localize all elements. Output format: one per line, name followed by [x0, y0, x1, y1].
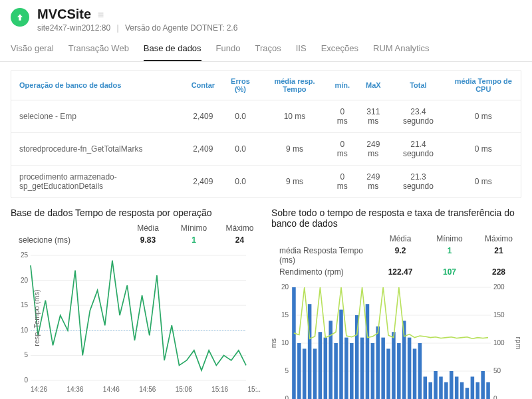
chart-title: Base de dados Tempo de resposta por oper…	[11, 207, 261, 218]
cell-total: 21.4 segundo	[390, 133, 446, 166]
col-header[interactable]: mín.	[329, 70, 356, 100]
page-subtitle: site24x7-win2012:80 | Versão do Agente D…	[37, 23, 237, 33]
cell-avg: 9 ms	[261, 166, 329, 198]
svg-rect-62	[471, 376, 475, 399]
tab-iis[interactable]: IIS	[296, 39, 307, 61]
svg-rect-44	[376, 327, 380, 399]
stat-media: 122.47	[380, 267, 420, 277]
overall-db-response-card: Sobre todo o tempo de resposta e taxa de…	[271, 207, 521, 399]
menu-icon[interactable]: ≡	[98, 9, 104, 21]
col-header[interactable]: Operação de banco de dados	[11, 70, 186, 100]
table-row[interactable]: storedprocedure-fn_GetTotalMarks2,4090.0…	[11, 133, 521, 166]
svg-rect-31	[308, 304, 312, 399]
host-label: site24x7-win2012:80	[37, 23, 110, 33]
svg-text:0: 0	[24, 376, 28, 384]
svg-rect-59	[455, 376, 459, 399]
cell-avg: 9 ms	[261, 133, 329, 166]
svg-text:0: 0	[285, 395, 289, 399]
svg-rect-50	[408, 338, 412, 399]
cell-cpu: 0 ms	[446, 166, 521, 198]
cell-err: 0.0	[220, 166, 261, 198]
cell-count: 2,409	[186, 100, 220, 133]
stat-row-label: selecione (ms)	[19, 235, 120, 245]
svg-text:200: 200	[493, 283, 505, 291]
svg-rect-56	[439, 376, 443, 399]
cell-total: 21.3 segundo	[390, 166, 446, 198]
svg-rect-48	[397, 343, 401, 399]
svg-rect-57	[444, 382, 448, 399]
cell-min: 0 ms	[329, 133, 356, 166]
cell-max: 311 ms	[356, 100, 390, 133]
col-header[interactable]: Contar	[186, 70, 220, 100]
tab-traços[interactable]: Traços	[255, 39, 281, 61]
stat-max: 24	[221, 235, 258, 245]
svg-rect-41	[360, 338, 364, 399]
svg-text:20: 20	[21, 277, 29, 284]
svg-text:5: 5	[24, 351, 28, 358]
stat-media: 9.2	[380, 246, 420, 265]
svg-text:25: 25	[21, 251, 29, 259]
svg-text:20: 20	[281, 283, 289, 291]
svg-rect-43	[371, 343, 375, 399]
cell-count: 2,409	[186, 166, 220, 198]
tab-bar: Visão geralTransação WebBase de dadosFun…	[0, 33, 532, 62]
col-header[interactable]: Erros (%)	[220, 70, 261, 100]
svg-rect-58	[450, 371, 454, 399]
cell-cpu: 0 ms	[446, 133, 521, 166]
cell-max: 249 ms	[356, 133, 390, 166]
cell-max: 249 ms	[356, 166, 390, 198]
svg-rect-54	[428, 382, 432, 399]
table-row[interactable]: procedimento armazenado-sp_getEducationD…	[11, 166, 521, 198]
svg-rect-63	[476, 382, 480, 399]
svg-rect-29	[297, 343, 301, 399]
cell-op: selecione - Emp	[11, 100, 186, 133]
tab-fundo[interactable]: Fundo	[216, 39, 241, 61]
stat-row-label: média Resposta Tempo (ms)	[279, 246, 371, 265]
cell-err: 0.0	[220, 133, 261, 166]
table-row[interactable]: selecione - Emp2,4090.010 ms0 ms311 ms23…	[11, 100, 521, 133]
chart-title: Sobre todo o tempo de resposta e taxa de…	[271, 207, 521, 229]
svg-rect-36	[334, 343, 338, 399]
y-axis-label-left: ms	[269, 338, 277, 348]
col-min: Mínimo	[430, 234, 469, 243]
line-chart: 0510152025	[11, 251, 250, 384]
cell-total: 23.4 segundo	[390, 100, 446, 133]
svg-text:15: 15	[21, 301, 29, 309]
x-axis-ticks: 14:2614:3614:4614:5615:0615:1615:..	[11, 384, 261, 393]
svg-rect-34	[324, 338, 328, 399]
svg-rect-46	[386, 348, 390, 399]
cell-min: 0 ms	[329, 100, 356, 133]
stat-max: 228	[479, 267, 519, 277]
svg-text:50: 50	[493, 367, 501, 374]
tab-exceções[interactable]: Exceções	[321, 39, 358, 61]
stat-media: 9.83	[130, 235, 166, 245]
cell-count: 2,409	[186, 133, 220, 166]
col-header[interactable]: MaX	[356, 70, 390, 100]
db-operations-table-card: Operação de banco de dadosContarErros (%…	[11, 70, 521, 198]
cell-cpu: 0 ms	[446, 100, 521, 133]
col-header[interactable]: média Tempo de CPU	[446, 70, 521, 100]
cell-avg: 10 ms	[261, 100, 329, 133]
col-min: Mínimo	[176, 223, 212, 233]
status-badge-up	[11, 8, 29, 27]
svg-text:0: 0	[493, 395, 497, 399]
page-header: MVCSite ≡ site24x7-win2012:80 | Versão d…	[0, 0, 532, 33]
y-axis-label-right: rpm	[515, 337, 523, 350]
col-header[interactable]: Total	[390, 70, 446, 100]
svg-rect-60	[460, 382, 464, 399]
tab-rum-analytics[interactable]: RUM Analytics	[373, 39, 430, 61]
col-header[interactable]: média resp. Tempo	[261, 70, 329, 100]
svg-rect-30	[303, 348, 307, 399]
tab-visão-geral[interactable]: Visão geral	[11, 39, 54, 61]
svg-rect-61	[466, 388, 469, 399]
tab-transação-web[interactable]: Transação Web	[68, 39, 129, 61]
svg-text:150: 150	[493, 311, 505, 319]
tab-base-de-dados[interactable]: Base de dados	[144, 39, 201, 61]
svg-text:10: 10	[21, 327, 29, 334]
svg-rect-51	[413, 348, 417, 399]
stat-min: 1	[176, 235, 212, 245]
svg-rect-28	[292, 287, 296, 399]
col-media: Média	[380, 234, 420, 243]
cell-op: procedimento armazenado-sp_getEducationD…	[11, 166, 186, 198]
col-media: Média	[130, 223, 166, 233]
